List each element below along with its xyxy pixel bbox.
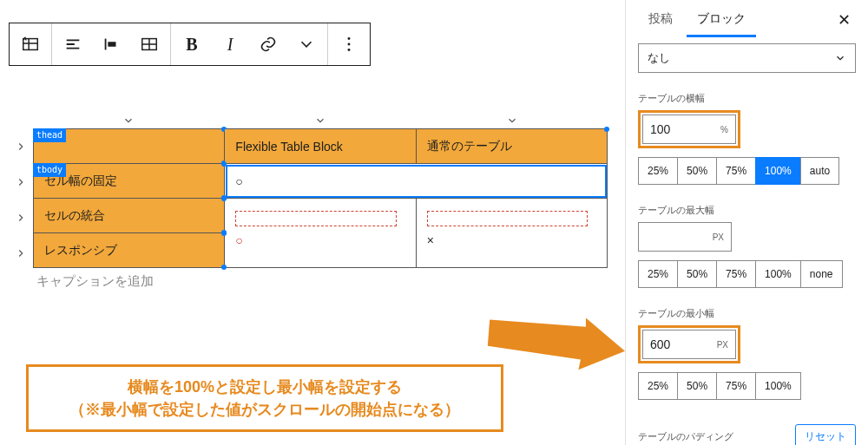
align-icon[interactable] <box>54 23 92 65</box>
callout-line1: 横幅を100%と設定し最小幅を設定する <box>41 376 489 398</box>
italic-button[interactable]: I <box>211 23 249 65</box>
align-left-icon[interactable] <box>92 23 130 65</box>
row-head-cell[interactable]: セルの統合 <box>34 199 225 233</box>
preset-50[interactable]: 50% <box>677 157 716 185</box>
table-block[interactable]: thead Flexible Table Block 通常のテーブル tbody… <box>33 113 608 290</box>
table-cell[interactable]: × <box>416 199 607 268</box>
row-handle[interactable] <box>12 200 30 235</box>
svg-point-4 <box>348 43 351 46</box>
preset-25[interactable]: 25% <box>638 372 677 400</box>
table-width-label: テーブルの横幅 <box>638 92 856 105</box>
col-handle[interactable] <box>33 113 225 128</box>
minwidth-highlight: 600 PX <box>638 325 740 363</box>
preset-50[interactable]: 50% <box>677 372 716 400</box>
row-handle[interactable] <box>12 235 30 271</box>
row-head-cell[interactable]: tbody セル幅の固定 <box>34 164 225 199</box>
table-width-input[interactable]: 100 % <box>642 115 736 144</box>
tab-post[interactable]: 投稿 <box>638 3 683 37</box>
table-cell[interactable]: ○ <box>225 199 416 268</box>
sidebar-tabs: 投稿 ブロック ✕ <box>638 0 856 40</box>
cell-text: ○ <box>235 233 242 247</box>
settings-sidebar: 投稿 ブロック ✕ なし テーブルの横幅 100 % 25% 50% 75% 1… <box>625 0 868 445</box>
table-block-icon[interactable] <box>11 23 49 65</box>
row-handle[interactable] <box>12 128 30 164</box>
flexible-table[interactable]: thead Flexible Table Block 通常のテーブル tbody… <box>33 128 608 268</box>
minwidth-presets: 25% 50% 75% 100% <box>638 372 856 400</box>
callout-box: 横幅を100%と設定し最小幅を設定する （※最小幅で設定した値がスクロールの開始… <box>26 364 503 432</box>
table-minwidth-input[interactable]: 600 PX <box>642 330 736 359</box>
table-cell-selected[interactable]: ○ <box>225 164 608 199</box>
thead-tag: thead <box>33 128 66 142</box>
preset-75[interactable]: 75% <box>716 157 755 185</box>
preset-none[interactable]: none <box>800 260 843 288</box>
input-unit: % <box>720 125 728 134</box>
preset-auto[interactable]: auto <box>800 157 839 185</box>
select-value: なし <box>648 50 670 66</box>
input-value: 100 <box>650 122 670 136</box>
header-cell[interactable]: Flexible Table Block <box>225 129 416 164</box>
callout-line2: （※最小幅で設定した値がスクロールの開始点になる） <box>41 398 489 421</box>
preset-100[interactable]: 100% <box>755 372 801 400</box>
maxwidth-presets: 25% 50% 75% 100% none <box>638 260 856 288</box>
svg-marker-6 <box>483 298 630 378</box>
block-toolbar: B I <box>9 23 371 66</box>
table-edit-icon[interactable] <box>130 23 168 65</box>
input-unit: PX <box>717 340 728 350</box>
table-maxwidth-label: テーブルの最大幅 <box>638 204 856 217</box>
chevron-down-icon <box>834 52 846 64</box>
empty-paragraph-indicator[interactable] <box>427 211 589 226</box>
cell-text: × <box>427 233 434 247</box>
svg-point-3 <box>348 37 351 40</box>
row-head-text: レスポンシブ <box>44 243 117 257</box>
input-value: 600 <box>650 337 670 351</box>
reset-button[interactable]: リセット <box>795 424 856 445</box>
empty-paragraph-indicator[interactable] <box>235 211 397 226</box>
preset-100[interactable]: 100% <box>755 157 800 185</box>
width-presets: 25% 50% 75% 100% auto <box>638 157 856 185</box>
row-head-cell[interactable]: レスポンシブ <box>34 233 225 268</box>
row-handle[interactable] <box>12 164 30 200</box>
bold-button[interactable]: B <box>173 23 211 65</box>
caption-input[interactable]: キャプションを追加 <box>33 273 608 290</box>
svg-point-5 <box>348 49 351 51</box>
header-cell[interactable]: 通常のテーブル <box>416 129 607 164</box>
close-icon[interactable]: ✕ <box>832 7 856 33</box>
preset-100[interactable]: 100% <box>755 260 800 288</box>
header-cell[interactable]: thead <box>34 129 225 164</box>
svg-rect-1 <box>108 42 115 47</box>
col-handle[interactable] <box>416 113 608 128</box>
column-handles <box>33 113 608 128</box>
header-text: 通常のテーブル <box>427 139 512 153</box>
preset-75[interactable]: 75% <box>716 372 755 400</box>
row-head-text: セルの統合 <box>44 208 105 222</box>
width-highlight: 100 % <box>638 110 740 148</box>
options-icon[interactable] <box>330 23 368 65</box>
preset-25[interactable]: 25% <box>638 157 677 185</box>
col-handle[interactable] <box>225 113 417 128</box>
preset-25[interactable]: 25% <box>638 260 677 288</box>
preset-50[interactable]: 50% <box>677 260 716 288</box>
preset-75[interactable]: 75% <box>716 260 755 288</box>
table-maxwidth-input[interactable]: PX <box>638 222 732 252</box>
tab-block[interactable]: ブロック <box>687 3 756 37</box>
table-minwidth-label: テーブルの最小幅 <box>638 307 856 320</box>
row-handles <box>12 128 30 271</box>
svg-rect-0 <box>23 39 38 50</box>
more-rich-text-icon[interactable] <box>287 23 326 65</box>
style-select[interactable]: なし <box>638 43 856 73</box>
table-padding-label: テーブルのパディング <box>638 430 733 443</box>
input-unit: PX <box>713 232 724 242</box>
link-button[interactable] <box>249 23 287 65</box>
tbody-tag: tbody <box>33 163 66 177</box>
